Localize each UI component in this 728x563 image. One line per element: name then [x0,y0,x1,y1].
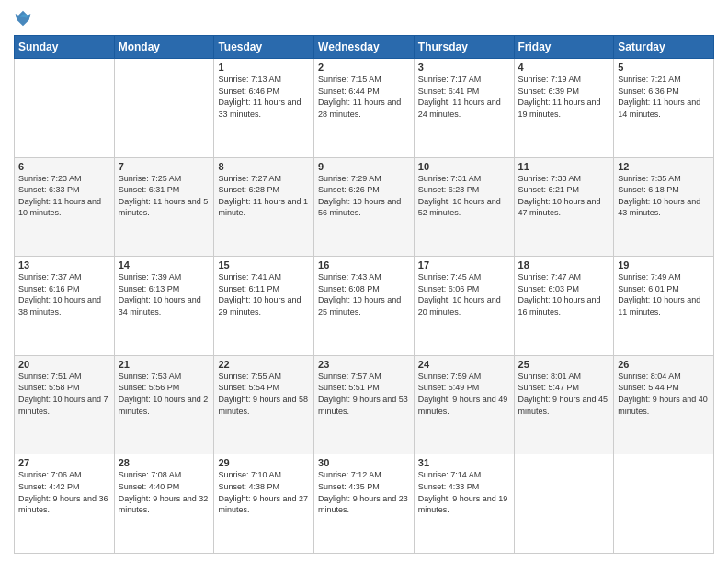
calendar-cell: 27Sunrise: 7:06 AMSunset: 4:42 PMDayligh… [15,454,115,554]
day-number: 21 [119,359,210,370]
day-info: Sunrise: 7:39 AMSunset: 6:13 PMDaylight:… [119,271,210,317]
calendar-cell: 22Sunrise: 7:55 AMSunset: 5:54 PMDayligh… [214,355,314,454]
day-number: 5 [618,62,710,73]
calendar-cell [514,454,614,554]
day-number: 8 [218,161,310,172]
calendar-cell: 30Sunrise: 7:12 AMSunset: 4:35 PMDayligh… [314,454,415,554]
day-info: Sunrise: 7:13 AMSunset: 6:46 PMDaylight:… [218,74,310,120]
day-number: 13 [18,259,110,270]
day-number: 12 [618,161,710,172]
calendar-cell: 5Sunrise: 7:21 AMSunset: 6:36 PMDaylight… [614,59,714,158]
day-number: 30 [318,457,410,468]
calendar-cell [15,59,115,158]
calendar-cell [114,59,214,158]
calendar-cell: 14Sunrise: 7:39 AMSunset: 6:13 PMDayligh… [114,257,214,356]
day-number: 7 [119,161,210,172]
day-info: Sunrise: 7:27 AMSunset: 6:28 PMDaylight:… [218,173,310,219]
day-info: Sunrise: 7:29 AMSunset: 6:26 PMDaylight:… [318,173,410,219]
day-number: 27 [18,457,110,468]
day-number: 3 [418,62,510,73]
day-number: 9 [318,161,410,172]
day-info: Sunrise: 8:01 AMSunset: 5:47 PMDaylight:… [518,371,610,417]
day-number: 25 [518,359,610,370]
calendar-cell: 20Sunrise: 7:51 AMSunset: 5:58 PMDayligh… [15,355,115,454]
calendar-cell: 26Sunrise: 8:04 AMSunset: 5:44 PMDayligh… [614,355,714,454]
weekday-header-sunday: Sunday [15,36,115,59]
day-info: Sunrise: 7:45 AMSunset: 6:06 PMDaylight:… [418,271,510,317]
day-info: Sunrise: 7:57 AMSunset: 5:51 PMDaylight:… [318,371,410,417]
day-number: 26 [618,359,710,370]
calendar-cell: 1Sunrise: 7:13 AMSunset: 6:46 PMDaylight… [214,59,314,158]
logo [14,9,36,28]
day-info: Sunrise: 7:33 AMSunset: 6:21 PMDaylight:… [518,173,610,219]
weekday-header-thursday: Thursday [414,36,514,59]
day-info: Sunrise: 7:55 AMSunset: 5:54 PMDaylight:… [218,371,310,417]
calendar-cell: 21Sunrise: 7:53 AMSunset: 5:56 PMDayligh… [114,355,214,454]
day-info: Sunrise: 7:35 AMSunset: 6:18 PMDaylight:… [618,173,710,219]
day-number: 17 [418,259,510,270]
day-info: Sunrise: 7:12 AMSunset: 4:35 PMDaylight:… [318,469,410,515]
calendar-cell: 17Sunrise: 7:45 AMSunset: 6:06 PMDayligh… [414,257,514,356]
day-number: 14 [119,259,210,270]
day-info: Sunrise: 7:47 AMSunset: 6:03 PMDaylight:… [518,271,610,317]
logo-icon [14,9,32,28]
weekday-header-friday: Friday [514,36,614,59]
day-number: 31 [418,457,510,468]
day-number: 1 [218,62,310,73]
calendar-cell: 24Sunrise: 7:59 AMSunset: 5:49 PMDayligh… [414,355,514,454]
calendar-row-2: 13Sunrise: 7:37 AMSunset: 6:16 PMDayligh… [15,257,714,356]
calendar-cell: 12Sunrise: 7:35 AMSunset: 6:18 PMDayligh… [614,157,714,257]
calendar-cell [614,454,714,554]
calendar-table: SundayMondayTuesdayWednesdayThursdayFrid… [14,35,714,554]
calendar-row-1: 6Sunrise: 7:23 AMSunset: 6:33 PMDaylight… [15,157,714,257]
day-info: Sunrise: 7:10 AMSunset: 4:38 PMDaylight:… [218,469,310,515]
calendar-cell: 10Sunrise: 7:31 AMSunset: 6:23 PMDayligh… [414,157,514,257]
day-info: Sunrise: 7:17 AMSunset: 6:41 PMDaylight:… [418,74,510,120]
day-number: 20 [18,359,110,370]
day-info: Sunrise: 7:53 AMSunset: 5:56 PMDaylight:… [119,371,210,417]
day-number: 29 [218,457,310,468]
day-info: Sunrise: 7:06 AMSunset: 4:42 PMDaylight:… [18,469,110,515]
weekday-header-tuesday: Tuesday [214,36,314,59]
weekday-header-monday: Monday [114,36,214,59]
weekday-header-wednesday: Wednesday [314,36,415,59]
day-info: Sunrise: 7:59 AMSunset: 5:49 PMDaylight:… [418,371,510,417]
day-number: 18 [518,259,610,270]
calendar-row-0: 1Sunrise: 7:13 AMSunset: 6:46 PMDaylight… [15,59,714,158]
day-info: Sunrise: 7:21 AMSunset: 6:36 PMDaylight:… [618,74,710,120]
calendar-cell: 31Sunrise: 7:14 AMSunset: 4:33 PMDayligh… [414,454,514,554]
calendar-cell: 4Sunrise: 7:19 AMSunset: 6:39 PMDaylight… [514,59,614,158]
calendar-cell: 8Sunrise: 7:27 AMSunset: 6:28 PMDaylight… [214,157,314,257]
day-number: 11 [518,161,610,172]
day-info: Sunrise: 7:19 AMSunset: 6:39 PMDaylight:… [518,74,610,120]
calendar-row-4: 27Sunrise: 7:06 AMSunset: 4:42 PMDayligh… [15,454,714,554]
header [14,9,714,28]
day-number: 23 [318,359,410,370]
calendar-cell: 25Sunrise: 8:01 AMSunset: 5:47 PMDayligh… [514,355,614,454]
day-info: Sunrise: 7:43 AMSunset: 6:08 PMDaylight:… [318,271,410,317]
day-number: 2 [318,62,410,73]
day-number: 4 [518,62,610,73]
calendar-cell: 29Sunrise: 7:10 AMSunset: 4:38 PMDayligh… [214,454,314,554]
calendar-row-3: 20Sunrise: 7:51 AMSunset: 5:58 PMDayligh… [15,355,714,454]
day-info: Sunrise: 7:08 AMSunset: 4:40 PMDaylight:… [119,469,210,515]
day-number: 16 [318,259,410,270]
calendar-cell: 16Sunrise: 7:43 AMSunset: 6:08 PMDayligh… [314,257,415,356]
calendar-cell: 19Sunrise: 7:49 AMSunset: 6:01 PMDayligh… [614,257,714,356]
calendar-cell: 6Sunrise: 7:23 AMSunset: 6:33 PMDaylight… [15,157,115,257]
calendar-cell: 2Sunrise: 7:15 AMSunset: 6:44 PMDaylight… [314,59,415,158]
day-info: Sunrise: 7:37 AMSunset: 6:16 PMDaylight:… [18,271,110,317]
calendar-cell: 23Sunrise: 7:57 AMSunset: 5:51 PMDayligh… [314,355,415,454]
calendar-cell: 3Sunrise: 7:17 AMSunset: 6:41 PMDaylight… [414,59,514,158]
day-number: 28 [119,457,210,468]
calendar-cell: 13Sunrise: 7:37 AMSunset: 6:16 PMDayligh… [15,257,115,356]
day-info: Sunrise: 7:14 AMSunset: 4:33 PMDaylight:… [418,469,510,515]
day-number: 22 [218,359,310,370]
day-number: 24 [418,359,510,370]
day-info: Sunrise: 7:25 AMSunset: 6:31 PMDaylight:… [119,173,210,219]
day-info: Sunrise: 7:49 AMSunset: 6:01 PMDaylight:… [618,271,710,317]
calendar-cell: 7Sunrise: 7:25 AMSunset: 6:31 PMDaylight… [114,157,214,257]
calendar-header-row: SundayMondayTuesdayWednesdayThursdayFrid… [15,36,714,59]
day-info: Sunrise: 7:31 AMSunset: 6:23 PMDaylight:… [418,173,510,219]
day-number: 6 [18,161,110,172]
